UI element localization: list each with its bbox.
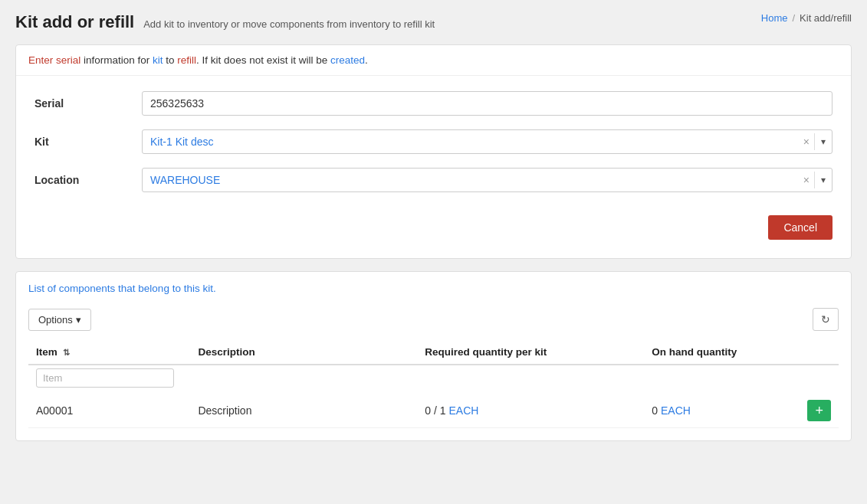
location-select[interactable]: WAREHOUSE × ▾ [142, 168, 833, 192]
row-item: A00001 [28, 394, 190, 428]
components-table: Item ⇅ Description Required quantity per… [28, 340, 839, 428]
table-header-row: Item ⇅ Description Required quantity per… [28, 340, 839, 365]
breadcrumb-current: Kit add/refill [800, 12, 852, 24]
location-group: Location WAREHOUSE × ▾ [34, 168, 833, 192]
breadcrumb: Home / Kit add/refill [761, 12, 852, 24]
page-title-group: Kit add or refill Add kit to inventory o… [15, 12, 435, 32]
options-arrow-icon: ▾ [76, 314, 81, 326]
row-action-cell: + [790, 394, 839, 428]
col-item-label: Item [36, 346, 57, 358]
row-description: Description [190, 394, 417, 428]
options-label: Options [38, 314, 73, 326]
page-header: Kit add or refill Add kit to inventory o… [15, 12, 852, 32]
col-header-required-qty: Required quantity per kit [417, 340, 644, 365]
refresh-button[interactable]: ↻ [813, 308, 839, 331]
breadcrumb-home[interactable]: Home [761, 12, 788, 24]
row-required-uom: EACH [448, 404, 478, 417]
serial-group: Serial [34, 91, 833, 116]
col-header-onhand-qty: On hand quantity [644, 340, 790, 365]
filter-item-cell [28, 365, 190, 394]
form-card: Enter serial information for kit to refi… [15, 44, 852, 259]
row-onhand-uom: EACH [661, 404, 691, 417]
serial-label: Serial [34, 97, 142, 110]
filter-action-cell [790, 365, 839, 394]
page-title: Kit add or refill [15, 12, 134, 31]
col-desc-label: Description [198, 346, 255, 358]
add-row-button[interactable]: + [807, 400, 831, 421]
info-message: Enter serial information for kit to refi… [16, 45, 851, 76]
location-label: Location [34, 174, 142, 186]
kit-clear-icon[interactable]: × [799, 133, 814, 151]
options-button[interactable]: Options ▾ [28, 309, 91, 331]
kit-select[interactable]: Kit-1 Kit desc × ▾ [142, 129, 833, 154]
refresh-icon: ↻ [821, 313, 830, 326]
row-onhand-qty-value: 0 [652, 404, 658, 417]
components-header: List of components that belong to this k… [16, 272, 851, 294]
row-onhand-qty: 0 EACH [644, 394, 790, 428]
table-container: Item ⇅ Description Required quantity per… [16, 340, 851, 440]
filter-desc-cell [190, 365, 417, 394]
table-row: A00001 Description 0 / 1 EACH 0 EACH + [28, 394, 839, 428]
components-title: List of components that belong to this k… [28, 283, 839, 294]
cancel-button[interactable]: Cancel [768, 215, 833, 240]
form-body: Serial Kit Kit-1 Kit desc × ▾ Location W… [16, 76, 851, 258]
filter-req-cell [417, 365, 644, 394]
serial-input[interactable] [142, 91, 833, 116]
col-header-action [790, 340, 839, 365]
location-select-value: WAREHOUSE [143, 169, 799, 191]
col-req-label: Required quantity per kit [425, 346, 547, 358]
location-arrow-icon[interactable]: ▾ [814, 172, 832, 188]
location-clear-icon[interactable]: × [799, 171, 814, 189]
col-header-item: Item ⇅ [28, 340, 190, 365]
components-title-text: List of components that belong to this k… [28, 283, 216, 294]
filter-item-input[interactable] [36, 368, 174, 388]
kit-select-value: Kit-1 Kit desc [143, 130, 799, 153]
item-sort-icon[interactable]: ⇅ [63, 348, 70, 357]
form-footer: Cancel [34, 206, 833, 243]
filter-onhand-cell [644, 365, 790, 394]
row-required-qty-value: 0 / 1 [425, 404, 445, 417]
col-header-description: Description [190, 340, 417, 365]
kit-group: Kit Kit-1 Kit desc × ▾ [34, 129, 833, 154]
page-subtitle: Add kit to inventory or move components … [143, 18, 435, 30]
table-filter-row [28, 365, 839, 394]
col-onhand-label: On hand quantity [652, 346, 737, 358]
row-required-qty: 0 / 1 EACH [417, 394, 644, 428]
kit-arrow-icon[interactable]: ▾ [814, 133, 832, 150]
kit-label: Kit [34, 136, 142, 148]
info-text: Enter serial information for kit to refi… [28, 54, 368, 66]
components-toolbar: Options ▾ ↻ [16, 302, 851, 340]
breadcrumb-separator: / [792, 12, 795, 24]
components-card: List of components that belong to this k… [15, 271, 852, 441]
